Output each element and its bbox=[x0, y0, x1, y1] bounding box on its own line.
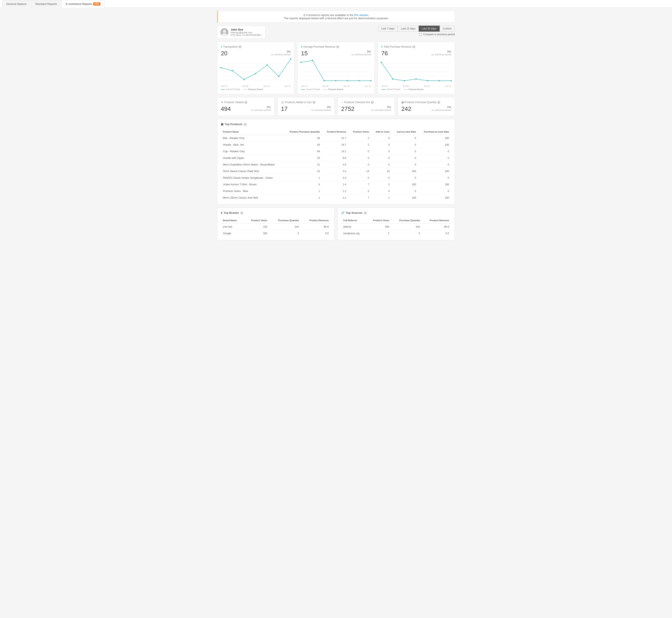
notice-period: . bbox=[368, 13, 369, 17]
table-row: (not set) 102 242 80.9 bbox=[221, 224, 331, 230]
metric-title-transactions: $ Transactions ? bbox=[221, 45, 291, 48]
top-brands-icon: $ bbox=[221, 211, 222, 214]
col-add-to-carts: Add to Carts bbox=[371, 129, 392, 135]
product-revenue: 21.7 bbox=[322, 135, 348, 141]
metric-title-products-viewed: 👁 Products Viewed ? bbox=[221, 101, 271, 104]
top-sources-help-icon[interactable]: ? bbox=[364, 211, 367, 214]
date-btn-7days[interactable]: Last 7 days bbox=[378, 26, 398, 32]
legend-previous-line-3 bbox=[403, 89, 408, 90]
product-carts: 0 bbox=[371, 162, 392, 168]
product-views: 7 bbox=[348, 181, 371, 188]
product-revenue: 16.7 bbox=[322, 141, 348, 148]
total-revenue-chart bbox=[381, 59, 451, 85]
tab-general[interactable]: General Options bbox=[2, 0, 30, 8]
brand-views: 392 bbox=[244, 230, 269, 237]
products-cart-help-icon[interactable]: ? bbox=[313, 101, 316, 104]
user-store: XYZ Store <G-MJ7ED00XBL> bbox=[231, 34, 262, 36]
sources-col-referrer: Full Referrer bbox=[341, 217, 366, 224]
svg-point-25 bbox=[358, 80, 359, 81]
avg-revenue-label: Average Purchase Revenue bbox=[303, 45, 335, 48]
product-purchase-rate: 100 bbox=[418, 168, 451, 175]
top-brands-tbody: (not set) 102 242 80.9 Google 392 0 0.0 bbox=[221, 224, 331, 237]
tab-ecommerce[interactable]: E-commerce Reports PRO bbox=[62, 0, 104, 8]
svg-point-33 bbox=[392, 78, 394, 80]
legend-current-label-2: Current Period bbox=[306, 88, 320, 91]
product-cart-rate: 100 bbox=[392, 168, 418, 175]
avg-revenue-change: 0% vs. previous period bbox=[351, 50, 371, 56]
product-views: 2 bbox=[348, 141, 371, 148]
pro-version-link[interactable]: Pro version bbox=[354, 13, 368, 17]
products-checkout-help-icon[interactable]: ? bbox=[371, 101, 374, 104]
source-name: (direct) bbox=[341, 224, 366, 230]
product-views: 14 bbox=[348, 168, 371, 175]
tabs-bar: General Options Standard Reports E-comme… bbox=[0, 0, 672, 8]
products-checkout-value: 2752 bbox=[341, 105, 354, 112]
product-revenue: 1.4 bbox=[322, 181, 348, 188]
compare-checkbox[interactable] bbox=[419, 33, 422, 36]
metric-card-purchase-qty: ▦ Products Purchase Quantity ? 242 0% vs… bbox=[398, 97, 455, 116]
x-label-jun10: Jun 10 bbox=[263, 85, 269, 87]
top-brands-label: Top Brands bbox=[224, 211, 239, 214]
svg-point-38 bbox=[450, 80, 452, 81]
legend-previous-label-3: Previous Period bbox=[409, 88, 424, 91]
legend-current-2: Current Period bbox=[301, 88, 320, 91]
product-cart-rate: 0 bbox=[392, 188, 418, 195]
svg-point-24 bbox=[347, 80, 348, 81]
top-products-icon: ▦ bbox=[221, 123, 223, 126]
top-sources-thead: Full Referrer Product Views Purchase Qua… bbox=[341, 217, 451, 224]
transactions-legend: Current Period Previous Period bbox=[221, 88, 291, 91]
brands-col-name: Brand Name bbox=[221, 217, 244, 224]
tab-standard[interactable]: Standard Reports bbox=[31, 0, 61, 8]
product-carts: 0 bbox=[371, 188, 392, 195]
table-row: Hoodie with Zipper239.60000 bbox=[221, 155, 451, 162]
top-products-help-icon[interactable]: ? bbox=[244, 123, 247, 126]
top-sources-section: 🔗 Top Sources ? Full Referrer Product Vi… bbox=[337, 208, 455, 240]
product-name: Short Sleeve Classic Plaid Shirt bbox=[221, 168, 283, 175]
total-revenue-help-icon[interactable]: ? bbox=[412, 45, 415, 48]
svg-point-9 bbox=[232, 70, 233, 71]
svg-point-12 bbox=[266, 64, 268, 66]
avg-revenue-help-icon[interactable]: ? bbox=[336, 45, 339, 48]
avg-revenue-x-labels: Jun 07 Jun 08 Jun 10 Jun 12 bbox=[301, 85, 371, 87]
product-name: Rb3025 Classic Aviator Sunglasses - Gree… bbox=[221, 175, 283, 181]
transactions-help-icon[interactable]: ? bbox=[239, 45, 242, 48]
products-viewed-change: 0% vs. previous period bbox=[251, 105, 271, 111]
date-btn-30days[interactable]: Last 30 days bbox=[419, 26, 440, 32]
x-label-jun08-3: Jun 08 bbox=[403, 85, 409, 87]
product-cart-rate: 0 bbox=[392, 141, 418, 148]
products-cart-change-label: vs. previous period bbox=[311, 109, 331, 111]
metric-title-avg-revenue: $ Average Purchase Revenue ? bbox=[301, 45, 371, 48]
legend-previous-3: Previous Period bbox=[403, 88, 424, 91]
brand-revenue: 0.0 bbox=[301, 230, 331, 237]
transactions-value-row: 20 0% vs. previous period bbox=[221, 50, 291, 57]
small-metrics-row: 👁 Products Viewed ? 494 0% vs. previous … bbox=[217, 97, 455, 116]
total-revenue-value-row: 76 0% vs. previous period bbox=[381, 50, 451, 57]
date-btn-custom[interactable]: Custom bbox=[440, 26, 455, 32]
metric-card-products-cart: 🛒 Products Added to Cart ? 17 0% vs. pre… bbox=[277, 97, 335, 116]
bottom-tables: $ Top Brands ? Brand Name Product Views … bbox=[217, 208, 455, 240]
product-cart-rate: 0 bbox=[392, 175, 418, 181]
products-viewed-value-row: 494 0% vs. previous period bbox=[221, 105, 271, 112]
product-purchase-rate: 100 bbox=[418, 135, 451, 141]
legend-previous: Previous Period bbox=[243, 88, 263, 91]
products-viewed-help-icon[interactable]: ? bbox=[244, 101, 247, 104]
product-cart-rate: 100 bbox=[392, 181, 418, 188]
purchase-qty-label: Products Purchase Quantity bbox=[405, 101, 436, 104]
products-checkout-change: 0% vs. previous period bbox=[371, 105, 391, 111]
date-btn-15days[interactable]: Last 15 days bbox=[398, 26, 419, 32]
source-revenue: 80.9 bbox=[422, 224, 451, 230]
transactions-change: 0% vs. previous period bbox=[271, 50, 291, 56]
top-brands-help-icon[interactable]: ? bbox=[240, 211, 243, 214]
x-label-jun10-3: Jun 10 bbox=[424, 85, 430, 87]
x-label-jun07: Jun 07 bbox=[221, 85, 227, 87]
purchase-qty-help-icon[interactable]: ? bbox=[437, 101, 440, 104]
tab-ecommerce-label: E-commerce Reports bbox=[66, 2, 92, 6]
x-label-jun12-2: Jun 12 bbox=[365, 85, 371, 87]
controls-row: John Doe helloxyz@gmail.com XYZ Store <G… bbox=[217, 26, 455, 39]
user-card: John Doe helloxyz@gmail.com XYZ Store <G… bbox=[217, 26, 265, 39]
metric-card-avg-revenue: $ Average Purchase Revenue ? 15 0% vs. p… bbox=[297, 42, 374, 94]
metric-title-products-cart: 🛒 Products Added to Cart ? bbox=[281, 101, 331, 104]
transactions-change-label: vs. previous period bbox=[271, 53, 291, 56]
avg-revenue-icon: $ bbox=[301, 45, 303, 48]
col-cart-rate: Cart-to-view Rate bbox=[392, 129, 418, 135]
